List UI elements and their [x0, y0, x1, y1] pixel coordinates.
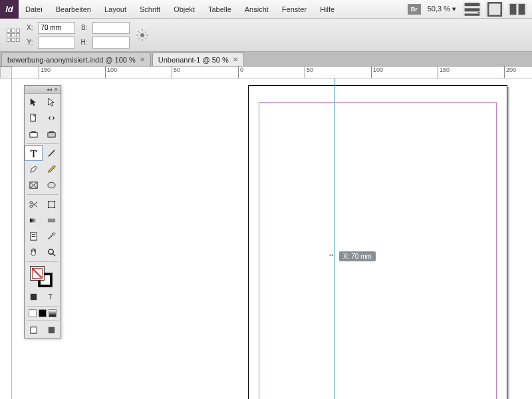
zoom-tool[interactable] [43, 244, 61, 260]
type-tool[interactable] [25, 145, 43, 161]
close-icon[interactable]: ✕ [140, 56, 145, 63]
transform-tool[interactable] [43, 196, 61, 212]
gradient-swatch-tool[interactable] [25, 212, 43, 228]
fill-stroke-swatch[interactable] [25, 263, 61, 289]
horizontal-ruler[interactable]: 150 100 50 0 50 100 150 200 [12, 66, 532, 78]
fill-swatch[interactable] [30, 266, 45, 281]
gap-tool[interactable] [43, 110, 61, 126]
svg-rect-30 [30, 218, 37, 222]
formatting-container-button[interactable] [25, 289, 43, 305]
document-tab[interactable]: bewerbung-anonymisiert.indd @ 100 % ✕ [1, 53, 151, 66]
svg-rect-40 [49, 327, 55, 332]
svg-rect-0 [465, 3, 480, 6]
svg-rect-1 [465, 8, 480, 11]
svg-rect-25 [49, 201, 55, 207]
formatting-text-button[interactable]: T [43, 289, 61, 305]
resize-horizontal-icon: ↔ [328, 251, 335, 259]
close-icon[interactable]: ✕ [54, 86, 59, 92]
pen-tool[interactable] [25, 161, 43, 177]
menu-layout[interactable]: Layout [98, 0, 133, 19]
ruler-tick: 150 [39, 66, 51, 78]
ellipse-tool[interactable] [43, 177, 61, 193]
app-icon: Id [0, 0, 19, 19]
h-label: H: [80, 39, 87, 46]
gradient-feather-tool[interactable] [43, 212, 61, 228]
menu-bar: Id Datei Bearbeiten Layout Schrift Objek… [0, 0, 532, 19]
svg-point-27 [54, 200, 55, 201]
document-tab[interactable]: Unbenannt-1 @ 50 % ✕ [152, 53, 244, 66]
svg-rect-17 [48, 132, 55, 137]
ruler-tick: 100 [371, 66, 383, 78]
svg-rect-3 [488, 3, 501, 16]
vertical-ruler[interactable] [0, 78, 12, 399]
x-input[interactable] [38, 22, 75, 34]
reference-point-grid[interactable] [7, 29, 20, 42]
canvas[interactable]: ↔ X: 70 mm [12, 78, 532, 399]
arrange-button[interactable] [508, 3, 527, 16]
screen-mode-button[interactable] [485, 3, 504, 16]
ruler-tick: 100 [105, 66, 117, 78]
zoom-level-value: 50,3 % [428, 5, 450, 13]
ruler-tick: 0 [238, 66, 243, 78]
svg-point-29 [54, 207, 55, 208]
tab-label: Unbenannt-1 @ 50 % [158, 56, 229, 64]
svg-line-14 [145, 31, 146, 33]
direct-selection-tool[interactable] [43, 94, 61, 110]
svg-line-12 [145, 38, 146, 39]
menu-view[interactable]: Ansicht [238, 0, 275, 19]
control-bar: X: B: Y: H: [0, 19, 532, 52]
normal-view-button[interactable] [25, 322, 43, 338]
svg-point-23 [30, 201, 33, 203]
tools-panel[interactable]: ◂◂ ✕ T [24, 85, 61, 338]
menu-edit[interactable]: Bearbeiten [49, 0, 98, 19]
svg-line-11 [138, 31, 140, 33]
menu-table[interactable]: Tabelle [201, 0, 238, 19]
menu-help[interactable]: Hilfe [313, 0, 341, 19]
menu-object[interactable]: Objekt [167, 0, 201, 19]
pencil-tool[interactable] [43, 161, 61, 177]
menu-window[interactable]: Fenster [275, 0, 313, 19]
vertical-guide[interactable] [334, 78, 334, 399]
svg-rect-39 [31, 327, 37, 332]
svg-rect-31 [48, 218, 55, 222]
note-tool[interactable] [25, 228, 43, 244]
svg-point-28 [48, 207, 49, 208]
panel-header[interactable]: ◂◂ ✕ [25, 86, 61, 94]
ruler-origin[interactable] [0, 66, 12, 78]
rectangle-frame-tool[interactable] [25, 177, 43, 193]
page-margin-frame [259, 102, 497, 399]
y-input[interactable] [38, 37, 75, 49]
preview-view-button[interactable] [43, 322, 61, 338]
svg-point-22 [48, 182, 55, 188]
w-label: B: [80, 24, 87, 31]
collapse-icon[interactable]: ◂◂ [47, 86, 52, 92]
svg-rect-4 [510, 3, 517, 14]
hand-tool[interactable] [25, 244, 43, 260]
svg-rect-15 [31, 114, 36, 120]
effects-icon[interactable] [136, 29, 148, 41]
content-placer-tool[interactable] [43, 126, 61, 142]
close-icon[interactable]: ✕ [233, 56, 238, 63]
w-input[interactable] [92, 22, 130, 34]
eyedropper-tool[interactable] [43, 228, 61, 244]
selection-tool[interactable] [25, 94, 43, 110]
document-tab-bar: bewerbung-anonymisiert.indd @ 100 % ✕ Un… [0, 52, 532, 66]
workspace: ↔ X: 70 mm [0, 78, 532, 399]
menu-type[interactable]: Schrift [133, 0, 167, 19]
apply-color-button[interactable] [39, 309, 47, 317]
menu-file[interactable]: Datei [19, 0, 49, 19]
bridge-icon[interactable]: Br [408, 4, 421, 15]
content-collector-tool[interactable] [25, 126, 43, 142]
scissors-tool[interactable] [25, 196, 43, 212]
page-tool[interactable] [25, 110, 43, 126]
guide-position-tooltip: X: 70 mm [339, 251, 376, 261]
view-options-button[interactable] [463, 3, 481, 16]
apply-none-button[interactable] [29, 309, 37, 317]
svg-rect-16 [30, 132, 37, 137]
apply-gradient-button[interactable] [49, 309, 57, 317]
h-input[interactable] [92, 37, 130, 49]
line-tool[interactable] [43, 145, 61, 161]
svg-point-35 [49, 249, 54, 254]
zoom-level-select[interactable]: 50,3 % ▾ [425, 5, 459, 13]
svg-point-26 [48, 200, 49, 201]
